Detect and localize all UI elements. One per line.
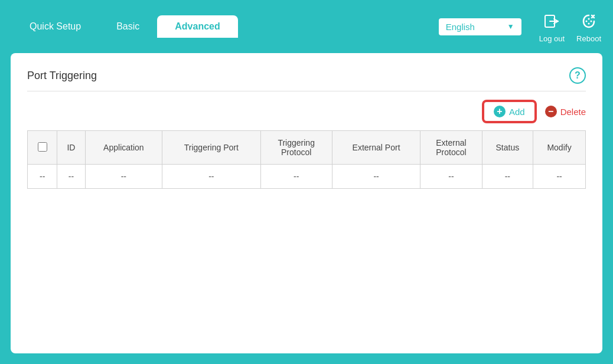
table-header-row: ID Application Triggering Port Triggerin…: [28, 131, 586, 165]
col-external-port: External Port: [332, 131, 420, 165]
logout-label: Log out: [539, 34, 565, 43]
nav-quick-setup[interactable]: Quick Setup: [12, 15, 99, 38]
cell-external-protocol: --: [420, 165, 482, 189]
delete-label: Delete: [560, 107, 586, 117]
page-title-row: Port Triggering ?: [27, 67, 586, 91]
col-application: Application: [85, 131, 162, 165]
col-checkbox: [28, 131, 57, 165]
help-icon[interactable]: ?: [569, 67, 586, 84]
add-button[interactable]: + Add: [483, 101, 536, 122]
toolbar: + Add − Delete: [27, 101, 586, 122]
col-triggering-port: Triggering Port: [162, 131, 260, 165]
delete-button[interactable]: − Delete: [545, 106, 586, 117]
cell-triggering-protocol: --: [260, 165, 332, 189]
cell-checkbox: --: [28, 165, 57, 189]
page-title: Port Triggering: [27, 70, 97, 82]
reboot-icon: [578, 11, 599, 32]
col-triggering-protocol: TriggeringProtocol: [260, 131, 332, 165]
cell-triggering-port: --: [162, 165, 260, 189]
reboot-button[interactable]: Reboot: [576, 11, 601, 43]
main-content: Port Triggering ? + Add − Delete ID Appl…: [11, 53, 602, 353]
port-triggering-table: ID Application Triggering Port Triggerin…: [27, 130, 586, 189]
nav-advanced[interactable]: Advanced: [157, 15, 237, 38]
minus-icon: −: [545, 106, 557, 117]
plus-icon: +: [494, 106, 506, 117]
cell-id: --: [57, 165, 85, 189]
add-label: Add: [509, 107, 525, 117]
nav-basic[interactable]: Basic: [99, 15, 157, 38]
language-dropdown[interactable]: English ▼: [439, 18, 521, 35]
top-actions: Log out Reboot: [539, 11, 601, 43]
logout-button[interactable]: Log out: [539, 11, 565, 43]
nav-bar: Quick Setup Basic Advanced English ▼ Log…: [0, 0, 613, 53]
col-status: Status: [482, 131, 533, 165]
cell-application: --: [85, 165, 162, 189]
cell-modify: --: [533, 165, 586, 189]
svg-point-3: [588, 22, 590, 24]
reboot-label: Reboot: [576, 34, 601, 43]
svg-point-2: [588, 18, 590, 19]
logout-icon: [541, 11, 562, 32]
svg-point-5: [591, 20, 592, 22]
col-id: ID: [57, 131, 85, 165]
table-row: -- -- -- -- -- -- -- -- --: [28, 165, 586, 189]
select-all-checkbox[interactable]: [38, 142, 47, 152]
chevron-down-icon: ▼: [507, 22, 514, 31]
language-selected: English: [446, 22, 475, 32]
col-modify: Modify: [533, 131, 586, 165]
cell-status: --: [482, 165, 533, 189]
svg-point-4: [586, 20, 588, 22]
col-external-protocol: ExternalProtocol: [420, 131, 482, 165]
cell-external-port: --: [332, 165, 420, 189]
